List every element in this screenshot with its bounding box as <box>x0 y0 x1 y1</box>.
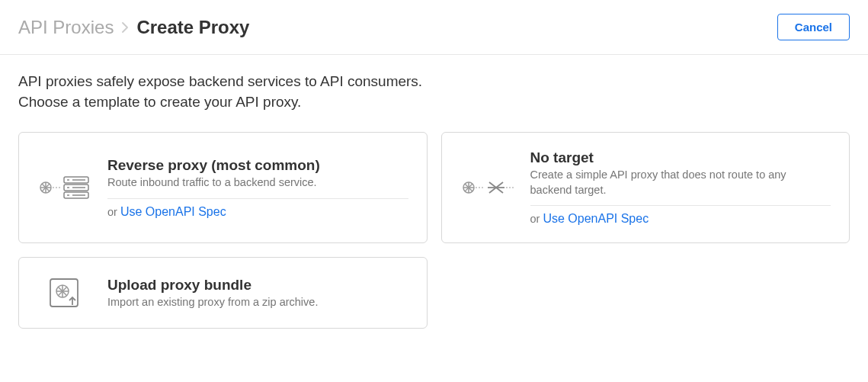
card-divider <box>530 205 831 206</box>
breadcrumb: API Proxies Create Proxy <box>18 17 249 38</box>
card-no-target[interactable]: No target Create a simple API proxy that… <box>441 132 850 243</box>
chevron-right-icon <box>121 22 129 33</box>
use-openapi-spec-link[interactable]: Use OpenAPI Spec <box>120 205 226 218</box>
use-openapi-spec-link[interactable]: Use OpenAPI Spec <box>543 212 649 225</box>
no-target-icon <box>460 174 514 201</box>
card-body: No target Create a simple API proxy that… <box>530 149 831 226</box>
card-or-text: or <box>107 206 120 218</box>
card-upload-bundle[interactable]: Upload proxy bundle Import an existing p… <box>18 257 428 329</box>
intro-line1: API proxies safely expose backend servic… <box>18 72 850 92</box>
card-or-text: or <box>530 213 543 225</box>
upload-bundle-icon <box>37 274 91 311</box>
card-body: Upload proxy bundle Import an existing p… <box>107 277 408 310</box>
card-desc: Route inbound traffic to a backend servi… <box>107 175 408 191</box>
cancel-button[interactable]: Cancel <box>777 14 850 40</box>
page-header: API Proxies Create Proxy Cancel <box>0 0 868 55</box>
card-reverse-proxy[interactable]: Reverse proxy (most common) Route inboun… <box>18 132 428 243</box>
card-or-row: or Use OpenAPI Spec <box>107 205 408 219</box>
card-title: Upload proxy bundle <box>107 277 408 294</box>
intro-line2: Choose a template to create your API pro… <box>18 92 850 113</box>
card-desc: Import an existing proxy from a zip arch… <box>107 295 408 310</box>
card-divider <box>107 198 408 199</box>
card-or-row: or Use OpenAPI Spec <box>530 212 831 226</box>
breadcrumb-parent[interactable]: API Proxies <box>18 17 114 38</box>
page-content: API proxies safely expose backend servic… <box>0 55 868 345</box>
card-body: Reverse proxy (most common) Route inboun… <box>107 157 408 219</box>
card-title: No target <box>530 149 831 166</box>
intro-text: API proxies safely expose backend servic… <box>18 72 850 112</box>
reverse-proxy-icon <box>37 174 91 201</box>
card-desc: Create a simple API proxy that does not … <box>530 168 831 197</box>
breadcrumb-current: Create Proxy <box>136 17 249 38</box>
template-cards: Reverse proxy (most common) Route inboun… <box>18 132 850 329</box>
card-title: Reverse proxy (most common) <box>107 157 408 174</box>
